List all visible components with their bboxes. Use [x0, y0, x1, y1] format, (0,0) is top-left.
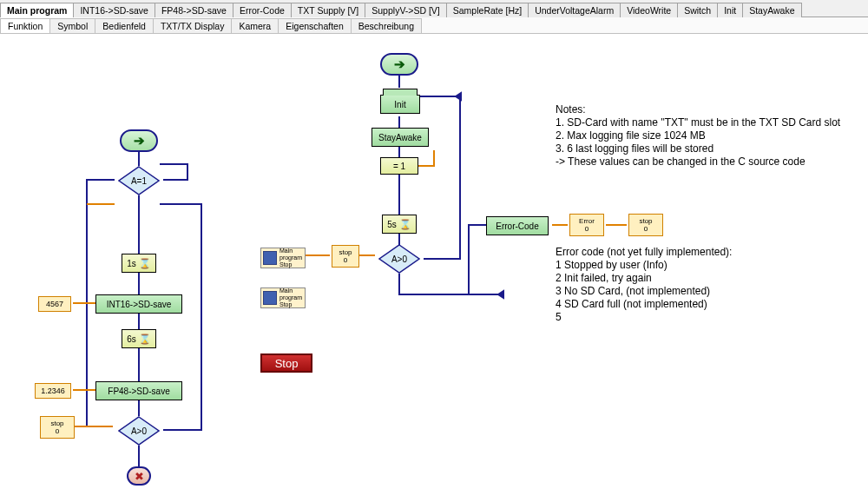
- program-tab-3[interactable]: Error-Code: [233, 3, 292, 17]
- program-tab-10[interactable]: Init: [717, 3, 743, 17]
- branch-a-gt-0-main[interactable]: A>0: [378, 244, 420, 274]
- notes-title: Notes:: [556, 103, 859, 116]
- stop-button[interactable]: Stop: [260, 354, 312, 373]
- wait-6s-label: 6s: [127, 334, 136, 344]
- subcall-error-code[interactable]: Error-Code: [486, 216, 549, 235]
- miniprog-label: Main program: [279, 287, 303, 301]
- wait-1s-label: 1s: [127, 259, 136, 268]
- assign-block-1-label: = 1: [393, 162, 405, 171]
- error-notes-line: 2 Init failed, try again: [556, 272, 859, 285]
- const-12346[interactable]: 1.2346: [35, 383, 71, 399]
- error-notes-line: 4 SD Card full (not implemented): [556, 298, 859, 311]
- program-tab-5[interactable]: SupplyV->SD [V]: [365, 3, 447, 17]
- program-tab-2[interactable]: FP48->SD-save: [155, 3, 233, 17]
- miniprog-label: Main program: [279, 248, 303, 261]
- notes-line: 2. Max logging file size 1024 MB: [556, 129, 859, 142]
- runner-icon: ➔: [394, 56, 405, 72]
- hourglass-icon: ⌛: [139, 334, 151, 345]
- miniprog-action: Stop: [279, 261, 303, 268]
- error-notes-line: 1 Stopped by user (Info): [556, 259, 859, 272]
- subcall-init[interactable]: Init: [380, 95, 420, 114]
- program-tab-bar: Main programINT16->SD-saveFP48->SD-saveE…: [0, 0, 868, 17]
- hourglass-icon: ⌛: [139, 258, 151, 269]
- subcall-fp48-sd-save[interactable]: FP48->SD-save: [95, 381, 182, 400]
- miniprog-icon: [263, 251, 277, 265]
- subcall-int16-label: INT16->SD-save: [107, 300, 172, 309]
- program-tab-11[interactable]: StayAwake: [742, 3, 801, 17]
- stop-button-label: Stop: [275, 357, 299, 370]
- notes-line: 3. 6 last logging files will be stored: [556, 142, 859, 155]
- notes-line: 1. SD-Card with name "TXT" must be in th…: [556, 116, 859, 129]
- hourglass-icon: ⌛: [399, 219, 411, 230]
- assign-block-1[interactable]: = 1: [380, 157, 418, 175]
- branch-label: A>0: [118, 416, 160, 446]
- wait-5s-label: 5s: [387, 220, 397, 229]
- view-tab-bar: FunktionSymbolBedienfeldTXT/TX DisplayKa…: [0, 17, 868, 34]
- var-error-label: Error: [579, 217, 595, 225]
- notes-block: Notes: 1. SD-Card with name "TXT" must b…: [556, 103, 859, 169]
- view-tab-5[interactable]: Eigenschaften: [278, 18, 352, 33]
- miniprog-action: Stop: [279, 301, 303, 308]
- subcall-init-label: Init: [394, 100, 405, 109]
- branch-label: A>0: [378, 244, 420, 274]
- runner-icon: ➔: [134, 133, 145, 149]
- const-12346-label: 1.2346: [41, 387, 65, 395]
- end-block[interactable]: ✖: [127, 466, 151, 486]
- wait-1s[interactable]: 1s⌛: [122, 254, 156, 273]
- var-stop-mid-label: stop: [339, 248, 352, 256]
- view-tab-6[interactable]: Beschreibung: [351, 18, 422, 33]
- var-stop-left[interactable]: stop 0: [40, 416, 75, 439]
- stop-man-icon: ✖: [135, 470, 144, 483]
- view-tab-2[interactable]: Bedienfeld: [95, 18, 154, 33]
- var-stop-left-val: 0: [56, 427, 59, 435]
- error-notes-title: Error code (not yet fully implemented):: [556, 246, 859, 259]
- error-notes-block: Error code (not yet fully implemented): …: [556, 246, 859, 324]
- program-tab-7[interactable]: UnderVoltageAlarm: [528, 3, 621, 17]
- program-tab-0[interactable]: Main program: [0, 3, 74, 17]
- miniprog-stop-1[interactable]: Main programStop: [260, 248, 306, 268]
- const-4567-label: 4567: [46, 300, 63, 308]
- program-tab-9[interactable]: Switch: [677, 3, 718, 17]
- subcall-int16-sd-save[interactable]: INT16->SD-save: [95, 294, 182, 314]
- start-block-left[interactable]: ➔: [120, 129, 158, 152]
- notes-line: -> These values can be changed in the C …: [556, 155, 859, 169]
- subcall-stayawake-label: StayAwake: [378, 133, 422, 142]
- wait-5s[interactable]: 5s⌛: [382, 215, 417, 234]
- var-error-val: 0: [585, 225, 589, 233]
- var-error[interactable]: Error 0: [569, 214, 604, 236]
- subcall-fp48-label: FP48->SD-save: [108, 387, 169, 396]
- var-stop-left-label: stop: [50, 420, 63, 427]
- subcall-stayawake[interactable]: StayAwake: [372, 128, 429, 147]
- flow-canvas[interactable]: ➔ Init StayAwake = 1 5s⌛ A>0 Error-Code …: [0, 34, 868, 489]
- subcall-error-code-label: Error-Code: [496, 221, 538, 231]
- view-tab-1[interactable]: Symbol: [49, 18, 95, 33]
- branch-label: A=1: [118, 166, 160, 195]
- wait-6s[interactable]: 6s⌛: [122, 329, 156, 348]
- var-stop-mid[interactable]: stop 0: [332, 245, 359, 268]
- view-tab-3[interactable]: TXT/TX Display: [153, 18, 233, 33]
- start-block-main[interactable]: ➔: [380, 53, 418, 76]
- view-tab-4[interactable]: Kamera: [231, 18, 279, 33]
- miniprog-stop-2[interactable]: Main programStop: [260, 287, 306, 308]
- var-stop-r-label: stop: [639, 217, 652, 225]
- branch-a-eq-1[interactable]: A=1: [118, 166, 160, 195]
- error-notes-line: 3 No SD Card, (not implemented): [556, 285, 859, 298]
- program-tab-1[interactable]: INT16->SD-save: [73, 3, 155, 17]
- error-notes-line: 5: [556, 311, 859, 324]
- view-tab-0[interactable]: Funktion: [0, 18, 50, 33]
- miniprog-icon: [263, 291, 277, 305]
- var-stop-mid-val: 0: [344, 256, 347, 264]
- branch-a-gt-0-left[interactable]: A>0: [118, 416, 160, 446]
- program-tab-4[interactable]: TXT Supply [V]: [291, 3, 365, 17]
- program-tab-6[interactable]: SampleRate [Hz]: [446, 3, 529, 17]
- program-tab-8[interactable]: VideoWrite: [620, 3, 678, 17]
- const-4567[interactable]: 4567: [38, 296, 71, 312]
- var-stop-r-val: 0: [644, 225, 648, 233]
- var-stop-r[interactable]: stop 0: [628, 214, 663, 236]
